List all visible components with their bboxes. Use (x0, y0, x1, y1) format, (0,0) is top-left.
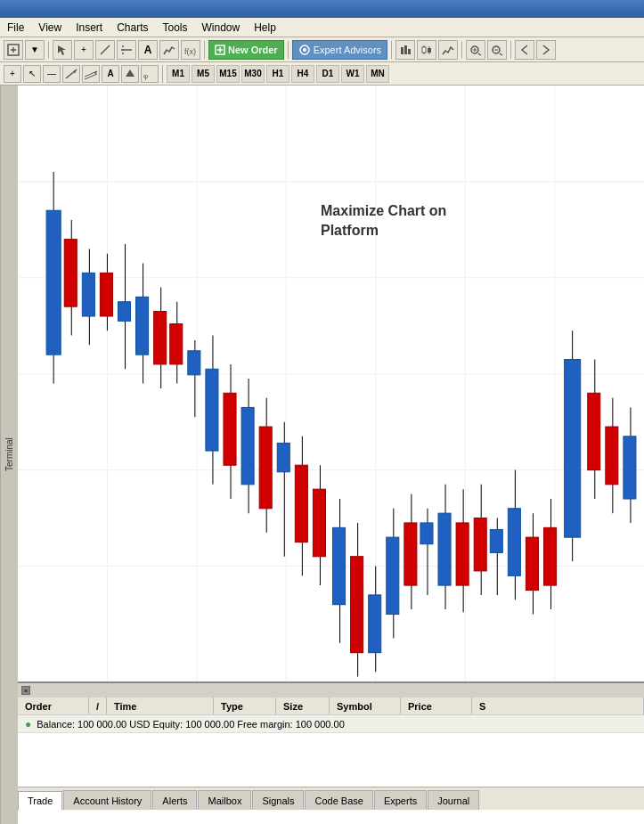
bottom-tabs-bar: Trade Account History Alerts Mailbox Sig… (18, 787, 644, 810)
tf-h4[interactable]: H4 (291, 65, 314, 83)
indicator-btn[interactable] (159, 40, 179, 60)
tf-d1[interactable]: D1 (316, 65, 339, 83)
tf-m5[interactable]: M5 (192, 65, 215, 83)
svg-rect-51 (64, 240, 77, 307)
svg-rect-139 (624, 436, 636, 499)
menu-insert[interactable]: Insert (69, 20, 110, 36)
svg-point-11 (303, 48, 306, 52)
col-time: Time (107, 698, 214, 714)
svg-rect-124 (526, 537, 538, 590)
svg-rect-102 (387, 537, 399, 614)
menu-help[interactable]: Help (247, 20, 283, 36)
sep5 (461, 41, 462, 59)
svg-rect-70 (188, 351, 200, 375)
fib-btn[interactable]: φ (141, 65, 159, 83)
tab-account-history[interactable]: Account History (63, 790, 151, 810)
terminal-status-bar: ● Balance: 100 000.00 USD Equity: 100 00… (18, 715, 644, 733)
svg-rect-82 (259, 427, 272, 509)
zoom-in-btn[interactable] (466, 40, 485, 60)
scroll-left-btn[interactable] (515, 40, 534, 60)
text2-btn[interactable]: A (102, 65, 119, 83)
svg-rect-87 (295, 465, 307, 542)
terminal-columns: Order / Time Type Size Symbol Price S (18, 698, 644, 715)
svg-rect-68 (170, 324, 183, 364)
tf-m30[interactable]: M30 (241, 65, 265, 83)
crosshair2-btn[interactable]: + (4, 65, 21, 83)
terminal-side-label[interactable]: Terminal (0, 86, 18, 824)
chart-label-line1: Maximize Chart on (321, 201, 446, 221)
svg-rect-73 (206, 369, 218, 451)
menu-tools[interactable]: Tools (156, 20, 195, 36)
tab-experts[interactable]: Experts (374, 790, 427, 810)
svg-rect-79 (241, 407, 254, 484)
svg-rect-15 (422, 47, 426, 53)
toolbar-2: + ↖ — A φ M1 M5 M15 M30 H1 H4 D1 W1 MN (0, 62, 644, 86)
svg-rect-110 (438, 513, 451, 585)
candlestick-chart (18, 86, 644, 681)
svg-rect-14 (408, 49, 411, 54)
text-btn[interactable]: A (138, 40, 158, 60)
period-sep-btn[interactable] (117, 40, 136, 60)
svg-rect-127 (544, 527, 557, 585)
new-order-btn[interactable]: New Order (208, 40, 284, 60)
chart-annotation: Maximize Chart on Platform (321, 201, 446, 241)
channel-btn[interactable] (82, 65, 100, 83)
line-chart-btn[interactable] (438, 40, 458, 60)
sep1 (48, 41, 49, 59)
tf-h1[interactable]: H1 (266, 65, 289, 83)
crosshair-btn[interactable]: + (74, 40, 94, 60)
candle-chart-btn[interactable] (417, 40, 436, 60)
svg-rect-18 (428, 48, 431, 53)
tf-mn[interactable]: MN (366, 65, 389, 83)
tf-w1[interactable]: W1 (341, 65, 364, 83)
sep6 (510, 41, 511, 59)
col-sort[interactable]: / (89, 698, 107, 714)
menu-file[interactable]: File (0, 20, 31, 36)
tab-mailbox[interactable]: Mailbox (198, 790, 251, 810)
col-type: Type (214, 698, 276, 714)
tab-code-base[interactable]: Code Base (305, 790, 372, 810)
svg-rect-90 (313, 489, 325, 557)
main-container: Terminal (0, 86, 644, 824)
scroll-right-btn[interactable] (536, 40, 556, 60)
svg-rect-62 (136, 297, 149, 355)
chart-area[interactable]: Maximize Chart on Platform (18, 86, 644, 681)
zoom-out-btn[interactable] (487, 40, 507, 60)
tf-m15[interactable]: M15 (216, 65, 240, 83)
arrow-btn[interactable]: ↖ (23, 65, 41, 83)
tab-signals[interactable]: Signals (252, 790, 304, 810)
menu-charts[interactable]: Charts (110, 20, 155, 36)
svg-line-26 (500, 53, 502, 55)
terminal-header: × (18, 683, 644, 698)
svg-rect-48 (46, 210, 61, 355)
fibonacci-btn[interactable]: f(x) (181, 40, 200, 60)
tab-journal[interactable]: Journal (428, 790, 479, 810)
svg-rect-57 (100, 273, 112, 316)
terminal-close-btn[interactable]: × (21, 686, 30, 695)
tf-m1[interactable]: M1 (167, 65, 190, 83)
menu-window[interactable]: Window (195, 20, 248, 36)
svg-rect-116 (474, 518, 486, 571)
new-chart-btn[interactable] (4, 40, 23, 60)
tab-trade[interactable]: Trade (18, 791, 62, 811)
tline-btn[interactable] (62, 65, 80, 83)
bar-chart-btn[interactable] (395, 40, 415, 60)
svg-rect-76 (224, 393, 236, 465)
dropdown-btn[interactable]: ▼ (25, 40, 45, 60)
tab-alerts[interactable]: Alerts (152, 790, 197, 810)
col-price: Price (401, 698, 472, 714)
svg-rect-93 (333, 527, 346, 604)
expert-advisors-btn[interactable]: Expert Advisors (292, 40, 387, 60)
col-size: Size (276, 698, 330, 714)
cursor-btn[interactable] (53, 40, 72, 60)
col-order: Order (18, 698, 89, 714)
hline-btn[interactable]: — (43, 65, 61, 83)
svg-rect-13 (404, 45, 407, 54)
arrow-up-btn[interactable] (121, 65, 139, 83)
svg-text:f(x): f(x) (184, 47, 196, 56)
col-symbol: Symbol (330, 698, 401, 714)
menu-view[interactable]: View (31, 20, 69, 36)
col-s: S (472, 698, 644, 714)
svg-line-22 (478, 53, 481, 55)
line-btn[interactable] (95, 40, 115, 60)
